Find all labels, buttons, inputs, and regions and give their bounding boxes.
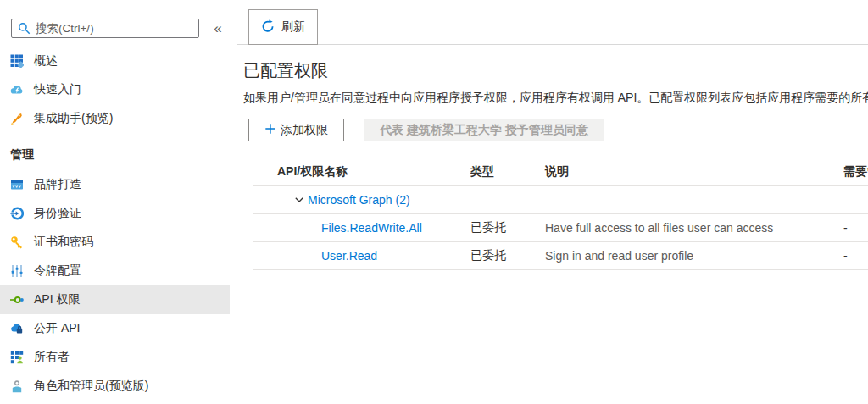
page-title: 已配置权限	[243, 59, 868, 82]
sidebar-item-label: 公开 API	[34, 321, 80, 336]
branding-icon	[10, 178, 24, 191]
permissions-table: API/权限名称 类型 说明 需要管理员同意 Microsoft Graph (…	[253, 158, 868, 270]
sidebar-item-owners[interactable]: 所有者	[0, 343, 230, 372]
owners-icon	[10, 351, 24, 364]
permission-type: 已委托	[470, 220, 545, 235]
sidebar-item-quickstart[interactable]: 快速入门	[0, 75, 230, 104]
sidebar-item-label: 概述	[34, 53, 58, 69]
permission-row[interactable]: User.Read 已委托 Sign in and read user prof…	[253, 242, 868, 270]
sidebar-item-expose-api[interactable]: 公开 API	[0, 314, 230, 343]
sidebar-item-overview[interactable]: 概述	[0, 47, 230, 75]
sidebar-item-label: 角色和管理员(预览版)	[34, 379, 148, 394]
manage-section-header: 管理	[0, 144, 230, 166]
page-description: 如果用户/管理员在同意过程中向应用程序授予权限，应用程序有权调用 API。已配置…	[243, 90, 868, 106]
quickstart-icon	[10, 83, 24, 97]
main-content: 刷新 已配置权限 如果用户/管理员在同意过程中向应用程序授予权限，应用程序有权调…	[237, 0, 868, 404]
api-permissions-icon	[10, 293, 24, 307]
certificates-icon	[10, 235, 24, 249]
action-buttons-row: 添加权限 代表 建筑桥梁工程大学 授予管理员同意	[243, 119, 868, 141]
refresh-button[interactable]: 刷新	[248, 9, 318, 45]
add-permission-label: 添加权限	[281, 123, 328, 138]
permission-admin-consent: -	[837, 221, 868, 235]
sidebar-search-row: «	[0, 19, 230, 39]
sidebar-item-roles-administrators[interactable]: 角色和管理员(预览版)	[0, 372, 230, 401]
permission-description: Sign in and read user profile	[545, 249, 837, 263]
permission-description: Have full access to all files user can a…	[545, 221, 837, 235]
permission-row[interactable]: Files.ReadWrite.All 已委托 Have full access…	[253, 214, 868, 242]
authentication-icon	[10, 207, 24, 220]
page-body: 已配置权限 如果用户/管理员在同意过程中向应用程序授予权限，应用程序有权调用 A…	[237, 45, 868, 270]
manage-section-label: 管理	[10, 147, 34, 163]
search-box[interactable]	[11, 19, 199, 38]
command-bar: 刷新	[237, 0, 868, 45]
permission-type: 已委托	[470, 248, 545, 263]
sidebar-item-label: 快速入门	[34, 82, 81, 97]
search-icon	[18, 22, 31, 35]
chevron-down-icon[interactable]	[294, 195, 304, 205]
token-configuration-icon	[10, 264, 24, 278]
permission-admin-consent: -	[837, 249, 868, 263]
manage-nav-group: 品牌打造 身份验证 证书和密码	[0, 170, 230, 401]
collapse-sidebar-button[interactable]: «	[209, 20, 227, 37]
overview-icon	[10, 54, 24, 68]
permission-name-link[interactable]: Files.ReadWrite.All	[321, 221, 422, 235]
sidebar-item-token-configuration[interactable]: 令牌配置	[0, 257, 230, 285]
permission-name-link[interactable]: User.Read	[321, 249, 377, 263]
refresh-icon	[261, 19, 275, 36]
section-divider	[8, 169, 211, 169]
sidebar-item-label: 品牌打造	[34, 177, 81, 192]
api-group-link[interactable]: Microsoft Graph (2)	[308, 193, 410, 207]
api-group-row[interactable]: Microsoft Graph (2)	[253, 186, 868, 214]
integration-assistant-icon	[10, 112, 24, 125]
sidebar-item-certificates-secrets[interactable]: 证书和密码	[0, 228, 230, 257]
sidebar-item-branding[interactable]: 品牌打造	[0, 170, 230, 199]
table-header-row: API/权限名称 类型 说明 需要管理员同意	[253, 158, 868, 186]
plus-icon	[264, 123, 276, 137]
sidebar: « 概述 快速入门 集成助手(预览) 管	[0, 0, 230, 404]
sidebar-item-label: 证书和密码	[34, 235, 93, 250]
roles-administrators-icon	[10, 379, 24, 393]
search-input[interactable]	[36, 20, 198, 36]
add-permission-button[interactable]: 添加权限	[248, 119, 344, 141]
sidebar-item-label: API 权限	[34, 292, 80, 307]
sidebar-item-label: 身份验证	[34, 206, 81, 221]
sidebar-item-label: 集成助手(预览)	[34, 111, 113, 126]
refresh-label: 刷新	[281, 19, 305, 35]
sidebar-item-label: 所有者	[34, 350, 70, 365]
column-header-admin-consent[interactable]: 需要管理员同意	[837, 164, 868, 180]
grant-admin-consent-button: 代表 建筑桥梁工程大学 授予管理员同意	[364, 119, 604, 141]
sidebar-item-api-permissions[interactable]: API 权限	[0, 285, 230, 314]
column-header-type[interactable]: 类型	[470, 164, 545, 180]
expose-api-icon	[10, 322, 24, 335]
sidebar-item-integration-assistant[interactable]: 集成助手(预览)	[0, 104, 230, 133]
app-root: « 概述 快速入门 集成助手(预览) 管	[0, 0, 868, 404]
sidebar-nav: 概述 快速入门 集成助手(预览) 管理	[0, 47, 230, 401]
column-header-permission-name[interactable]: API/权限名称	[253, 164, 470, 180]
sidebar-item-authentication[interactable]: 身份验证	[0, 199, 230, 228]
sidebar-item-label: 令牌配置	[34, 263, 81, 279]
column-header-description[interactable]: 说明	[545, 164, 837, 180]
